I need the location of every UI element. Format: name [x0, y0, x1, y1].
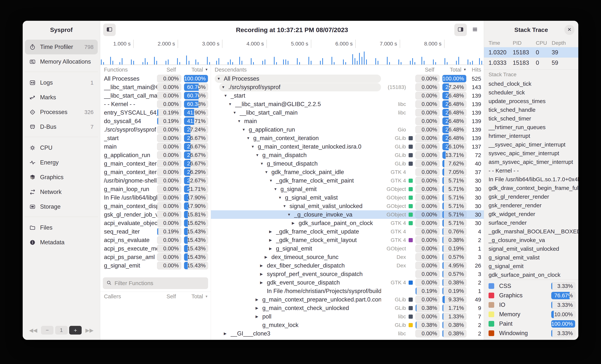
function-row[interactable]: In File /usr/lib64/libgl 0.00% 0.00% 17.…: [100, 193, 211, 202]
descendant-row[interactable]: ▼ ./src/sysprof/sysprof (15183) 0.00% 0.…: [211, 83, 484, 91]
column-desc-total[interactable]: Total▼: [442, 67, 466, 73]
expander-collapsed-icon[interactable]: ▶: [260, 280, 267, 285]
column-descendants[interactable]: Descendants: [215, 67, 415, 73]
stack-frame[interactable]: _gdk_marshal_BOOLEAN__BOXEDv: [484, 227, 578, 236]
sidebar-item-time-profiler[interactable]: Time Profiler 798: [25, 40, 98, 54]
function-row[interactable]: g_application_run 0.00% 0.00% 26.67% 26.…: [100, 151, 211, 159]
descendant-row[interactable]: ▼ g_main_context_iterate_unlocked.isra.0…: [211, 142, 484, 151]
stack-frame[interactable]: sysvec_apic_timer_interrupt: [484, 149, 578, 158]
function-row[interactable]: /usr/bin/gnome-shell 0.00% 0.00% 22.67% …: [100, 176, 211, 185]
descendant-row[interactable]: ▼ _start 0.00% 0.00% 26.48% 26.48% 139: [211, 91, 484, 100]
expander-collapsed-icon[interactable]: ▶: [265, 255, 271, 259]
column-cpu[interactable]: CPU: [536, 40, 552, 46]
column-desc-self[interactable]: Self: [415, 67, 440, 73]
column-callers-self[interactable]: Self: [157, 293, 181, 300]
expander-expanded-icon[interactable]: ▼: [233, 111, 240, 115]
sidebar-item-processes[interactable]: Processes 326: [25, 105, 98, 120]
time-ruler[interactable]: 1.000 s2.000 s3.000 s4.000 s5.000 s6.000…: [100, 39, 484, 49]
zoom-in-button[interactable]: ＋: [69, 326, 82, 335]
toggle-panel-button[interactable]: [454, 24, 467, 36]
function-row[interactable]: g_main_loop_run 0.00% 0.00% 21.71% 21.71…: [100, 185, 211, 193]
sidebar-item-d-bus[interactable]: D-Bus 7: [25, 120, 98, 134]
stack-frame[interactable]: - - Kernel - -: [484, 166, 578, 175]
function-row[interactable]: __libc_start_main@G 0.00% 0.00% 60.76% 6…: [100, 83, 211, 91]
sidebar-item-graphics[interactable]: Graphics: [25, 170, 98, 185]
sidebar-item-cpu[interactable]: CPU: [25, 141, 98, 155]
descendant-row[interactable]: In File /home/christian/Projects/sysprof…: [211, 287, 484, 295]
stack-frame[interactable]: gsk_renderer_render: [484, 201, 578, 210]
descendant-row[interactable]: ▼ g_timeout_dispatch GLib 0.00% 0.00% 7.…: [211, 159, 484, 168]
column-total[interactable]: Total▼: [184, 67, 208, 73]
sidebar-item-logs[interactable]: Logs 1: [25, 75, 98, 90]
sidebar-item-marks[interactable]: Marks: [25, 90, 98, 105]
sample-row[interactable]: 1.0320 15183 0 39: [484, 47, 578, 57]
stack-frame[interactable]: __hrtimer_run_queues: [484, 123, 578, 132]
descendant-row[interactable]: ▶ sysprof_perf_event_source_dispatch 0.0…: [211, 270, 484, 278]
function-row[interactable]: acpi_evaluate_object 0.00% 0.00% 15.62% …: [100, 219, 211, 227]
column-time[interactable]: Time: [489, 40, 513, 46]
sidebar-item-energy[interactable]: Energy: [25, 155, 98, 170]
expander-collapsed-icon[interactable]: ▶: [256, 297, 262, 302]
filter-functions-input[interactable]: [115, 280, 205, 287]
stack-frame[interactable]: hrtimer_interrupt: [484, 132, 578, 140]
function-row[interactable]: acpi_ps_execute_met 0.00% 0.00% 15.43% 1…: [100, 244, 211, 253]
expander-expanded-icon[interactable]: ▼: [256, 153, 262, 157]
function-row[interactable]: entry_SYSCALL_64_a 0.19% 0.19% 41.90% 41…: [100, 108, 211, 117]
function-row[interactable]: ./src/sysprof/sysprof 0.00% 0.00% 27.24%…: [100, 125, 211, 134]
expander-expanded-icon[interactable]: ▼: [260, 162, 267, 166]
expander-expanded-icon[interactable]: ▼: [221, 85, 228, 89]
descendant-row[interactable]: ▶ g_main_context_prepare_unlocked.part.0…: [211, 295, 484, 304]
column-self[interactable]: Self: [157, 67, 181, 73]
descendant-row[interactable]: g_mutex_lock GLib 0.38% 0.38% 0.38% 0.38…: [211, 321, 484, 329]
descendant-row[interactable]: ▼ main 0.00% 0.00% 26.48% 26.48% 139: [211, 117, 484, 125]
expander-collapsed-icon[interactable]: ▶: [256, 314, 262, 319]
expander-expanded-icon[interactable]: ▼: [265, 170, 271, 174]
toggle-sidebar-button[interactable]: [103, 24, 116, 36]
descendant-row[interactable]: ▶ poll libc 0.00% 0.00% 1.33% 1.33% 7: [211, 312, 484, 321]
stack-frame[interactable]: tick_sched_timer: [484, 114, 578, 123]
expander-expanded-icon[interactable]: ▼: [251, 145, 258, 149]
skip-back-button[interactable]: ◀◀: [27, 326, 40, 335]
descendant-row[interactable]: ▼ g_signal_emit_valist GObject 0.00% 0.0…: [211, 193, 484, 202]
expander-collapsed-icon[interactable]: ▶: [256, 306, 262, 310]
expander-expanded-icon[interactable]: ▼: [274, 187, 280, 191]
expander-expanded-icon[interactable]: ▼: [246, 136, 253, 140]
descendant-row[interactable]: ▶ gdk_event_source_dispatch GTK 4 0.00% …: [211, 278, 484, 287]
descendant-row[interactable]: ▶ _gdk_frame_clock_emit_update GTK 4 0.0…: [211, 227, 484, 236]
function-row[interactable]: acpi_ps_parse_aml 0.00% 0.00% 15.43% 15.…: [100, 253, 211, 261]
stack-frame[interactable]: gtk_widget_render: [484, 210, 578, 219]
function-row[interactable]: gsk_gl_render_job_vi 0.00% 0.00% 15.81% …: [100, 210, 211, 219]
column-functions[interactable]: Functions: [104, 67, 157, 73]
expander-collapsed-icon[interactable]: ▶: [269, 229, 276, 234]
close-panel-button[interactable]: [564, 25, 575, 35]
zoom-out-button[interactable]: −: [41, 326, 53, 335]
column-callers-total[interactable]: Total▼: [184, 293, 208, 300]
sample-row[interactable]: 1.0333 15183 0 59: [484, 57, 578, 68]
descendant-row[interactable]: ▼ All Processes 0.00% 0.00% 100.00% 100.…: [211, 74, 484, 83]
function-row[interactable]: _start 0.00% 0.00% 26.67% 26.67%: [100, 134, 211, 142]
primary-menu-button[interactable]: [470, 24, 480, 36]
descendant-row[interactable]: ▼ __libc_start_call_main libc 0.00% 0.00…: [211, 108, 484, 117]
stack-frame[interactable]: gdk_surface_paint_on_clock: [484, 270, 578, 279]
stack-frame[interactable]: _g_closure_invoke_va: [484, 236, 578, 244]
descendant-row[interactable]: ▼ __libc_start_main@GLIBC_2.2.5 libc 0.0…: [211, 100, 484, 108]
expander-expanded-icon[interactable]: ▼: [237, 119, 244, 123]
descendant-row[interactable]: ▶ gdk_surface_paint_on_clock GTK 4 0.00%…: [211, 219, 484, 227]
expander-collapsed-icon[interactable]: ▶: [292, 221, 299, 225]
stack-frame[interactable]: update_process_times: [484, 97, 578, 105]
descendant-row[interactable]: ▼ signal_emit_valist_unlocked GObject 0.…: [211, 202, 484, 210]
stack-frame[interactable]: gdk_draw_context_begin_frame_full: [484, 184, 578, 192]
expander-expanded-icon[interactable]: ▼: [228, 102, 235, 106]
sidebar-item-files[interactable]: Files: [25, 220, 98, 235]
expander-collapsed-icon[interactable]: ▶: [260, 272, 267, 276]
column-pid[interactable]: PID: [513, 40, 536, 46]
stack-frame[interactable]: sched_clock_tick: [484, 79, 578, 88]
function-row[interactable]: g_main_context_disp 0.00% 0.00% 17.90% 1…: [100, 202, 211, 210]
function-row[interactable]: - - Kernel - - 0.00% 0.00% 60.38% 60.38%: [100, 100, 211, 108]
expander-collapsed-icon[interactable]: ▶: [269, 246, 276, 251]
descendant-row[interactable]: ▼ _g_closure_invoke_va GObject 0.00% 0.0…: [211, 210, 484, 219]
page-indicator[interactable]: 1: [55, 326, 68, 335]
expander-collapsed-icon[interactable]: ▶: [224, 331, 230, 336]
expander-collapsed-icon[interactable]: ▶: [260, 263, 267, 268]
descendant-row[interactable]: ▶ g_main_context_check_unlocked GLib 0.3…: [211, 304, 484, 312]
